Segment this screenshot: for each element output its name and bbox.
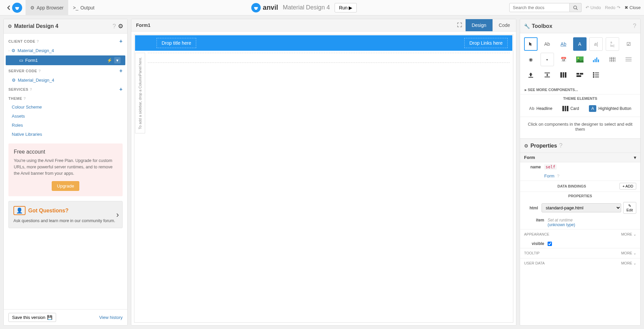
add-button[interactable]: + [119,86,123,92]
theme-native-libraries[interactable]: Native Libraries [4,130,127,139]
theme-assets[interactable]: Assets [4,112,127,121]
expand-button[interactable] [454,19,465,31]
form-canvas[interactable]: Drop title here Drop Links here To add a… [134,34,513,323]
properties-title: Properties [530,143,557,149]
tool-link[interactable]: Ab [557,37,570,51]
back-button[interactable] [3,0,26,15]
gears-icon: ⚙ [30,5,35,10]
tool-cursor[interactable] [524,37,538,51]
user-data-section[interactable]: USER DATA MORE ⌄ [520,258,640,268]
questions-box[interactable]: 👤 Got Questions? Ask questions and learn… [8,201,123,228]
tab-output[interactable]: >_ Output [68,0,99,15]
save-version-button[interactable]: Save this version 💾 [8,313,56,322]
tool-button[interactable]: A [573,37,587,51]
section-label: SERVICES [8,87,28,91]
section-theme: THEME ? [4,94,127,102]
view-history-link[interactable]: View history [99,315,123,320]
free-text: You're using the Anvil Free Plan. Upgrad… [14,158,117,176]
edit-html-button[interactable]: ✎ Edit [623,202,637,214]
tool-textbox[interactable]: a| [589,37,603,51]
tool-linear-panel[interactable] [589,68,603,82]
tool-checkbox[interactable]: ☑ [622,37,635,51]
drop-title-slot[interactable]: Drop title here [157,38,196,48]
list-icon [593,72,599,78]
tool-plot[interactable] [589,53,603,66]
run-button[interactable]: Run ▶ [335,3,357,12]
theme-headline[interactable]: Ab Headline [529,105,552,112]
tool-repeating-panel[interactable] [622,53,635,66]
tool-datepicker[interactable]: 📅 [557,53,570,66]
see-more-components[interactable]: ▸ SEE MORE COMPONENTS... [520,86,640,94]
sidebar-drop-slot[interactable]: To add a sidebar, drop a ColumnPanel her… [135,53,145,133]
drop-links-slot[interactable]: Drop Links here [464,38,508,48]
search-input[interactable] [509,3,570,12]
undo-button[interactable]: ↶ Undo [586,5,601,10]
toolbox-title: Toolbox [532,23,552,29]
tree-item-module[interactable]: › ⚙ Material_Design_4 [4,46,127,55]
component-type-row[interactable]: Form ▾ [520,153,640,162]
columns-icon [560,72,566,78]
tab-app-browser[interactable]: ⚙ App Browser [26,0,68,15]
tool-fileloader[interactable] [524,68,538,82]
theme-highlighted-button[interactable]: A Highlighted Button [589,105,631,112]
tool-column-panel[interactable] [557,68,570,82]
theme-elements-header: THEME ELEMENTS [520,94,640,102]
more-toggle[interactable]: MORE ⌄ [621,251,636,255]
tool-dropdown[interactable]: ▾ [541,53,554,66]
section-label: SERVER CODE [8,69,37,73]
tool-textarea[interactable]: abc| [606,37,619,51]
tree-item-form1[interactable]: ▭ Form1 ⚡ ▾ [6,55,125,65]
tool-radio[interactable]: ◉ [524,53,538,66]
tab-design[interactable]: Design [465,19,492,31]
component-type: Form [524,155,535,160]
more-toggle[interactable]: MORE ⌄ [621,232,636,237]
html-select[interactable]: standard-page.html [542,203,621,212]
help-icon[interactable]: ? [38,69,41,73]
svg-rect-5 [595,59,596,62]
tree-item-server-module[interactable]: ⚙ Material_Design_4 [4,76,127,84]
add-binding-button[interactable]: + ADD [619,183,636,190]
tool-label[interactable]: Ab [541,37,554,51]
svg-line-1 [576,8,577,10]
tool-datagrid[interactable] [606,53,619,66]
tool-spacer[interactable] [541,68,554,82]
theme-roles[interactable]: Roles [4,121,127,130]
help-icon[interactable]: ? [30,87,32,91]
svg-point-0 [573,6,576,9]
dropdown-caret-icon[interactable]: ▾ [114,57,121,64]
svg-rect-25 [595,73,599,73]
chevron-right-icon: › [8,49,9,52]
redo-button[interactable]: Redo ↷ [605,5,620,10]
appearance-section[interactable]: APPEARANCE MORE ⌄ [520,229,640,239]
upgrade-button[interactable]: Upgrade [52,181,79,191]
help-icon[interactable]: ? [559,142,562,149]
help-icon[interactable]: ? [24,96,26,100]
theme-colour-scheme[interactable]: Colour Scheme [4,102,127,112]
prop-html-row: html standard-page.html ✎ Edit [520,200,640,216]
add-button[interactable]: + [119,38,123,44]
tab-code[interactable]: Code [492,19,516,31]
add-button[interactable]: + [119,68,123,74]
help-icon[interactable]: ? [37,39,39,43]
properties-header: ⚙ Properties ? [520,139,640,153]
visible-checkbox[interactable] [548,242,552,246]
content-drop-slot[interactable] [148,53,510,63]
form-app-bar[interactable]: Drop title here Drop Links here [135,35,512,51]
design-surface[interactable]: Drop title here Drop Links here To add a… [131,32,516,325]
tool-image[interactable] [573,53,587,66]
tool-flow-panel[interactable] [573,68,587,82]
close-button[interactable]: ✖ Close [625,5,641,10]
help-icon[interactable]: ? [113,23,116,30]
help-icon[interactable]: ? [557,173,559,178]
help-icon[interactable]: ? [633,23,636,30]
run-label: Run [339,5,348,10]
theme-card[interactable]: Card [562,105,579,112]
tooltip-section[interactable]: TOOLTIP MORE ⌄ [520,248,640,258]
gear-icon[interactable]: ⚙ [118,23,123,30]
form-base-link[interactable]: Form [544,173,554,178]
search-button[interactable] [570,3,582,12]
item-type-link[interactable]: (unknown type) [548,222,636,227]
section-label: CLIENT CODE [8,39,35,43]
more-toggle[interactable]: MORE ⌄ [621,261,636,265]
data-bindings-section: DATA BINDINGS + ADD [520,180,640,192]
